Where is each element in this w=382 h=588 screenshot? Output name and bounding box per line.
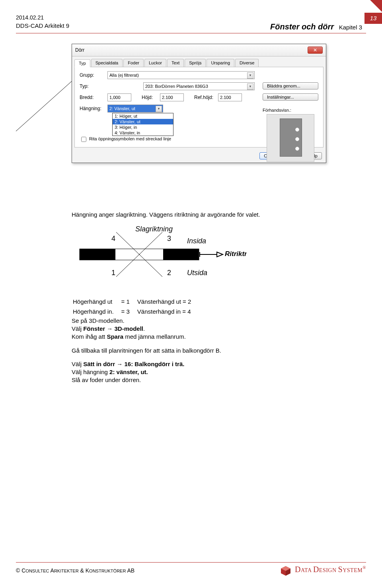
- dialog-titlebar: Dörr ✕: [72, 44, 326, 56]
- door-knob-icon: [295, 137, 299, 141]
- svg-line-0: [16, 80, 74, 131]
- tab-diverse[interactable]: Diverse: [235, 59, 259, 67]
- tab-typ[interactable]: Typ: [74, 59, 90, 67]
- page-footer: © CONSULTEC ARKITEKTER & KONSTRUKTÖRER A…: [16, 562, 366, 576]
- checkbox-label: Rita öppningssymbolen med streckad linje: [89, 136, 171, 141]
- typ-label: Typ:: [80, 83, 107, 89]
- grupp-combo[interactable]: Alla (ej filtrerat): [107, 71, 255, 79]
- line-se-3d: Se på 3D-modellen.: [72, 317, 326, 325]
- door-preview: [280, 118, 302, 157]
- diagram-n1: 1: [111, 269, 115, 277]
- definitions-table: Högerhängd ut = 1 Vänsterhängd ut = 2 Hö…: [72, 297, 198, 317]
- diagram-utsida: Utsida: [187, 269, 207, 277]
- preview-box: [267, 114, 314, 162]
- dialog-body: Bläddra genom... Inställningar... Förhan…: [74, 67, 324, 147]
- def-vansterhangd-in: Vänsterhängd in = 4: [137, 307, 198, 316]
- svg-rect-2: [80, 249, 115, 260]
- tab-specialdata[interactable]: Specialdata: [91, 59, 123, 67]
- line-valj-hangning: Välj hängning 2: vänster, ut.: [72, 368, 326, 376]
- header-title: Fönster och dörr: [270, 22, 334, 31]
- intro-text: Hängning anger slagriktning. Väggens rit…: [72, 211, 326, 219]
- tab-foder[interactable]: Foder: [123, 59, 144, 67]
- diagram-insida: Insida: [187, 237, 206, 245]
- door-dialog: Dörr ✕ Typ Specialdata Foder Luckor Text…: [72, 44, 326, 163]
- hangning-label: Hängning:: [80, 106, 107, 111]
- tab-ursparing[interactable]: Ursparing: [207, 59, 234, 67]
- footer-rule: [16, 562, 366, 563]
- hojd-input[interactable]: 2.100: [160, 93, 184, 101]
- dds-logo-icon: [281, 566, 291, 576]
- door-knob-icon: [295, 147, 299, 151]
- line-satt-in-dorr: Välj Sätt in dörr → 16: Balkongdörr i tr…: [72, 360, 326, 368]
- door-knob-icon: [295, 128, 299, 132]
- hangning-option-1[interactable]: 1: Höger, ut: [113, 113, 173, 119]
- header-right: Fönster och dörr Kapitel 3: [270, 22, 362, 31]
- dialog-title-text: Dörr: [75, 47, 308, 53]
- dialog-side-column: Bläddra genom... Inställningar... Förhan…: [263, 71, 318, 162]
- line-sla-av-foder: Slå av foder under dörren.: [72, 376, 326, 384]
- tab-luckor[interactable]: Luckor: [144, 59, 166, 67]
- refhojd-input[interactable]: 2.100: [218, 93, 242, 101]
- tab-sprojs[interactable]: Spröjs: [185, 59, 206, 67]
- hangning-option-4[interactable]: 4: Vänster, in: [113, 130, 173, 136]
- line-balkongdorr: Gå tillbaka till planritningen för att s…: [72, 347, 326, 355]
- refhojd-label: Ref.höjd:: [194, 95, 218, 100]
- line-spara: Kom ihåg att Spara med jämna mellanrum.: [72, 333, 326, 341]
- footer-copyright: © CONSULTEC ARKITEKTER & KONSTRUKTÖRER A…: [16, 567, 134, 574]
- bredd-input[interactable]: 1,000: [107, 93, 131, 101]
- hangning-dropdown-list: 1: Höger, ut 2: Vänster, ut 3: Höger, in…: [112, 113, 173, 136]
- dds-logo: DATA DESIGN SYSTEM®: [281, 565, 366, 576]
- diagram-n3: 3: [167, 235, 171, 243]
- svg-rect-3: [163, 249, 199, 260]
- header-chapter: Kapitel 3: [339, 24, 362, 31]
- browse-button[interactable]: Bläddra genom...: [263, 82, 318, 89]
- hangning-combo[interactable]: 2: Vänster, ut: [107, 105, 163, 113]
- bredd-label: Bredd:: [80, 95, 107, 100]
- diagram-ritriktning: Ritriktning: [225, 250, 247, 258]
- def-eq1: = 1: [121, 297, 136, 306]
- diagram-n2: 2: [167, 269, 171, 277]
- body-content: Hängning anger slagriktning. Väggens rit…: [72, 211, 326, 384]
- diagram-slagriktning: Slagriktning: [135, 225, 173, 233]
- tab-text[interactable]: Text: [167, 59, 184, 67]
- page-header: 2014.02.21 DDS-CAD Arkitekt 9 Fönster oc…: [0, 0, 382, 31]
- close-icon[interactable]: ✕: [308, 47, 323, 54]
- def-vansterhangd-ut: Vänsterhängd ut = 2: [137, 297, 198, 306]
- def-eq3: = 3: [121, 307, 136, 316]
- svg-marker-7: [217, 252, 223, 257]
- hangning-option-2[interactable]: 2: Vänster, ut: [113, 119, 173, 124]
- hangning-option-3[interactable]: 3: Höger, in: [113, 124, 173, 130]
- direction-diagram: Slagriktning 4 3 Insida Ritriktning 1 2 …: [72, 225, 239, 289]
- dashed-symbol-checkbox[interactable]: [81, 137, 86, 142]
- hojd-label: Höjd:: [142, 95, 160, 100]
- typ-combo[interactable]: 203: BorDörren Planeten 836G3: [143, 82, 255, 90]
- diagram-n4: 4: [111, 235, 115, 243]
- grupp-label: Grupp:: [80, 72, 107, 78]
- header-rule: [16, 33, 366, 33]
- def-hogerhangd-in: Högerhängd in.: [72, 307, 120, 316]
- header-date: 2014.02.21: [16, 14, 366, 21]
- def-hogerhangd-ut: Högerhängd ut: [72, 297, 120, 306]
- dialog-tabs: Typ Specialdata Foder Luckor Text Spröjs…: [74, 59, 324, 67]
- settings-button[interactable]: Inställningar...: [263, 93, 318, 101]
- line-valj-fonster: Välj Fönster → 3D-modell.: [72, 325, 326, 333]
